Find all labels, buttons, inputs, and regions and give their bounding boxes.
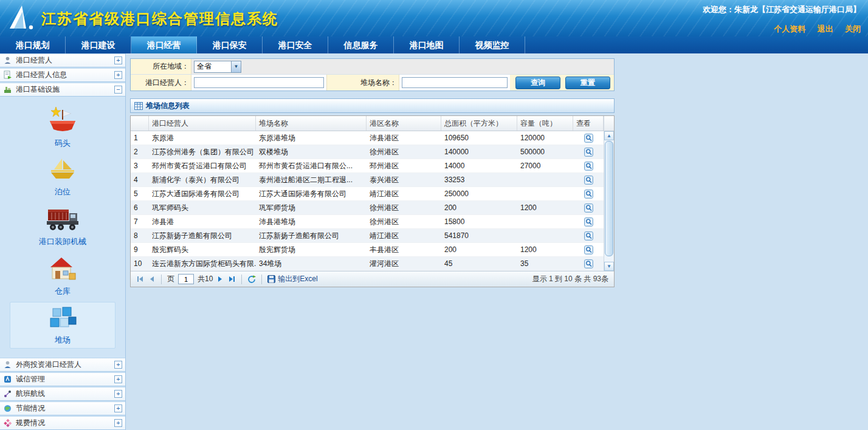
col-total-area[interactable]: 总面积（平方米） <box>441 116 517 131</box>
cell-yard-name: 沛县港堆场 <box>256 215 367 228</box>
table-row[interactable]: 10 连云港新东方国际货柜码头有限... 34堆场 灌河港区 45 35 <box>131 257 604 271</box>
yard-name-input[interactable] <box>402 77 508 88</box>
expand-plus-icon[interactable]: + <box>114 361 122 369</box>
tab-info-service[interactable]: 信息服务 <box>328 36 394 53</box>
pagination-bar: 页 共10 输出到Excel 显示 1 到 10 <box>131 271 614 287</box>
first-page-button[interactable] <box>136 275 144 283</box>
table-row[interactable]: 2 江苏徐州港务（集团）有限公司 双楼堆场 徐州港区 140000 500000 <box>131 145 604 159</box>
table-row[interactable]: 8 江苏新扬子造船有限公司 江苏新扬子造船有限公司 靖江港区 541870 <box>131 229 604 243</box>
main-content: 所在地域： 全省 ▼ 港口经营人： 堆场名称： 查询 重置 <box>126 53 868 430</box>
sidebar-item-fees[interactable]: 规费情况 + <box>0 416 125 430</box>
tab-port-safety[interactable]: 港口安全 <box>263 36 328 53</box>
sidebar-item-port-infrastructure[interactable]: 港口基础设施 − <box>0 83 125 97</box>
facility-item-warehouse[interactable]: 仓库 <box>10 252 115 300</box>
sidebar-item-routes[interactable]: 航班航线 + <box>0 387 125 401</box>
cell-view <box>573 145 604 159</box>
expand-plus-icon[interactable]: + <box>114 56 122 64</box>
sidebar-item-label: 诚信管理 <box>16 374 114 384</box>
col-yard-name[interactable]: 堆场名称 <box>256 116 367 131</box>
panel-header: 堆场信息列表 <box>130 98 615 113</box>
close-link[interactable]: 关闭 <box>845 24 861 33</box>
sidebar-item-integrity[interactable]: 诚信管理 + <box>0 372 125 386</box>
expand-plus-icon[interactable]: + <box>114 71 122 79</box>
scroll-down-icon[interactable]: ▼ <box>604 262 614 271</box>
table-row[interactable]: 9 殷宪辉码头 殷宪辉货场 丰县港区 200 1200 <box>131 243 604 257</box>
col-capacity[interactable]: 容量（吨） <box>517 116 573 131</box>
save-disk-icon[interactable] <box>267 275 275 283</box>
view-magnifier-icon[interactable] <box>584 162 593 171</box>
tab-port-security[interactable]: 港口保安 <box>197 36 263 53</box>
expand-plus-icon[interactable]: + <box>114 390 122 398</box>
berth-boat-icon <box>46 176 79 185</box>
expand-plus-icon[interactable]: + <box>114 419 122 427</box>
infrastructure-icon <box>3 85 13 94</box>
tab-port-operation[interactable]: 港口经营 <box>131 36 197 53</box>
cell-total-area: 541870 <box>441 229 517 242</box>
table-row[interactable]: 4 新浦化学（泰兴）有限公司 泰州港过船港区二期工程退... 泰兴港区 3325… <box>131 173 604 187</box>
tab-port-map[interactable]: 港口地图 <box>394 36 460 53</box>
view-magnifier-icon[interactable] <box>584 176 593 185</box>
facility-item-berth[interactable]: 泊位 <box>10 154 115 200</box>
view-magnifier-icon[interactable] <box>584 231 593 241</box>
row-number: 2 <box>131 145 149 159</box>
profile-link[interactable]: 个人资料 <box>774 24 805 33</box>
chevron-down-icon[interactable]: ▼ <box>231 61 241 72</box>
cell-view <box>573 187 604 200</box>
yard-info-grid: 港口经营人 堆场名称 港区名称 总面积（平方米） 容量（吨） 查看 1 东原港 … <box>130 115 615 287</box>
scrollbar-thumb[interactable] <box>605 141 613 256</box>
sidebar-item-port-operator[interactable]: 港口经营人 + <box>0 53 125 67</box>
sidebar-item-operator-info[interactable]: 港口经营人信息 + <box>0 68 125 82</box>
scroll-up-icon[interactable]: ▲ <box>604 131 614 140</box>
operator-input[interactable] <box>194 77 324 88</box>
view-magnifier-icon[interactable] <box>584 189 593 199</box>
tab-video-monitor[interactable]: 视频监控 <box>460 36 525 53</box>
table-row[interactable]: 5 江苏大通国际港务有限公司 江苏大通国际港务有限公司 靖江港区 250000 <box>131 187 604 201</box>
scrollbar-track[interactable] <box>604 140 614 262</box>
wharf-ship-icon <box>46 128 79 136</box>
cell-view <box>573 173 604 186</box>
col-port-area[interactable]: 港区名称 <box>367 116 441 131</box>
vertical-scrollbar[interactable]: ▲ ▼ <box>604 116 614 271</box>
collapse-minus-icon[interactable]: − <box>114 86 122 94</box>
expand-plus-icon[interactable]: + <box>114 375 122 383</box>
cell-port-area: 徐州港区 <box>367 215 441 228</box>
view-magnifier-icon[interactable] <box>584 148 593 157</box>
flower-icon <box>3 418 13 428</box>
row-number: 6 <box>131 201 149 214</box>
route-icon <box>3 389 13 398</box>
logout-link[interactable]: 退出 <box>818 24 833 33</box>
facility-item-machinery[interactable]: 港口装卸机械 <box>10 202 115 250</box>
brand: 江苏省省级港口综合管理信息系统 <box>6 3 278 34</box>
view-magnifier-icon[interactable] <box>584 134 593 143</box>
table-row[interactable]: 1 东原港 东原港堆场 沛县港区 109650 120000 <box>131 131 604 145</box>
tab-port-planning[interactable]: 港口规划 <box>0 36 66 53</box>
refresh-icon[interactable] <box>247 275 256 284</box>
last-page-button[interactable] <box>228 275 236 283</box>
row-number: 3 <box>131 159 149 172</box>
sidebar-item-foreign-operator[interactable]: 外商投资港口经营人 + <box>0 358 125 372</box>
query-button[interactable]: 查询 <box>515 77 560 89</box>
facility-label: 仓库 <box>10 286 115 297</box>
expand-plus-icon[interactable]: + <box>114 404 122 412</box>
table-row[interactable]: 3 邳州市黄石货运港口有限公司 邳州市黄石货运港口有限公... 邳州港区 140… <box>131 159 604 173</box>
view-magnifier-icon[interactable] <box>584 217 593 227</box>
tab-port-construction[interactable]: 港口建设 <box>66 36 131 53</box>
table-row[interactable]: 6 巩军师码头 巩军师货场 徐州港区 200 1200 <box>131 201 604 215</box>
export-excel-label[interactable]: 输出到Excel <box>278 274 317 284</box>
region-select[interactable]: 全省 ▼ <box>194 61 241 73</box>
view-magnifier-icon[interactable] <box>584 259 593 268</box>
next-page-button[interactable] <box>216 275 224 283</box>
facility-item-wharf[interactable]: 码头 <box>10 103 115 152</box>
reset-button[interactable]: 重置 <box>565 77 610 89</box>
view-magnifier-icon[interactable] <box>584 245 593 254</box>
cell-operator: 沛县港 <box>149 215 256 228</box>
col-operator[interactable]: 港口经营人 <box>149 116 256 131</box>
prev-page-button[interactable] <box>148 275 156 283</box>
facility-item-yard[interactable]: 堆场 <box>10 302 115 349</box>
cell-port-area: 泰兴港区 <box>367 173 441 186</box>
view-magnifier-icon[interactable] <box>584 203 593 213</box>
table-row[interactable]: 7 沛县港 沛县港堆场 徐州港区 15800 <box>131 215 604 229</box>
col-view[interactable]: 查看 <box>573 116 604 131</box>
page-input[interactable] <box>178 274 194 284</box>
sidebar-item-energy[interactable]: 节能情况 + <box>0 401 125 415</box>
